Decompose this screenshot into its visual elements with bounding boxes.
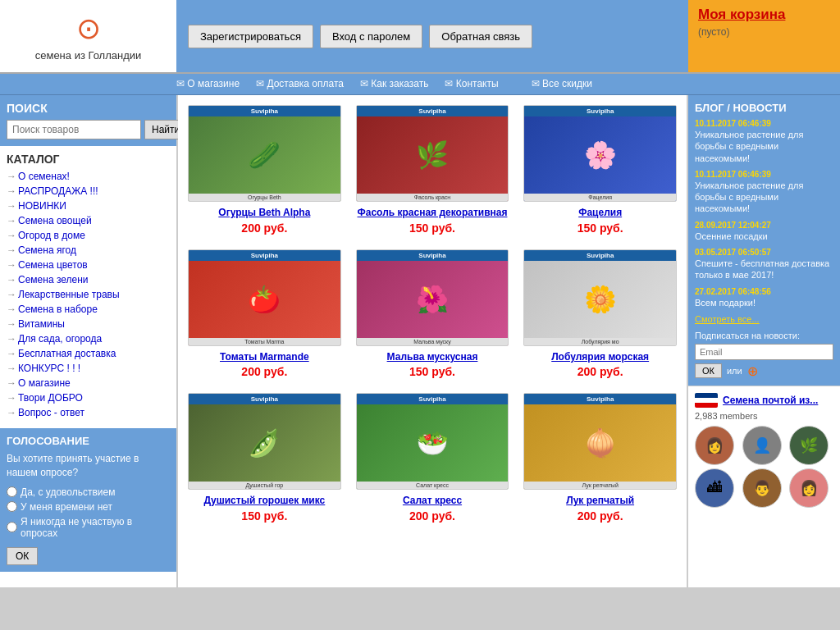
main-layout: ПОИСК Найти КАТАЛОГ → О семенах!→ РАСПРО… bbox=[0, 95, 840, 587]
search-input[interactable] bbox=[7, 120, 141, 139]
product-name[interactable]: Огурцы Beth Alpha bbox=[188, 207, 341, 220]
product-price: 200 руб. bbox=[523, 509, 677, 523]
blog-item: 27.02.2017 06:48:56Всем подарки! bbox=[695, 287, 833, 308]
logo-area: ⊙ семена из Голландии bbox=[0, 0, 176, 72]
avatar[interactable]: 👤 bbox=[742, 426, 782, 465]
subscribe-label: Подписаться на новости: bbox=[695, 331, 833, 340]
left-sidebar: ПОИСК Найти КАТАЛОГ → О семенах!→ РАСПРО… bbox=[0, 95, 176, 587]
product-name[interactable]: Томаты Marmande bbox=[188, 351, 341, 364]
product-card: Suvipiha🥒Огурцы Beth Огурцы Beth Alpha20… bbox=[185, 102, 345, 238]
avatar[interactable]: 🌿 bbox=[789, 426, 829, 465]
search-title: ПОИСК bbox=[7, 102, 170, 115]
blog-section: БЛОГ / НОВОСТИ 10.11.2017 06:46:39Уникал… bbox=[688, 95, 840, 386]
subscribe-email-input[interactable] bbox=[695, 344, 833, 360]
vote-button[interactable]: ОК bbox=[7, 547, 38, 565]
product-card: Suvipiha🫛Душистый горДушистый горошек ми… bbox=[185, 390, 345, 526]
social-title[interactable]: Семена почтой из... bbox=[723, 395, 818, 406]
subnav-howtoorder[interactable]: ✉ Как заказать bbox=[360, 78, 428, 90]
catalog-item[interactable]: → Для сада, огорода bbox=[7, 331, 170, 346]
vote-question: Вы хотите принять участие в нашем опросе… bbox=[7, 452, 170, 480]
vote-title: ГОЛОСОВАНИЕ bbox=[7, 435, 170, 447]
product-price: 200 руб. bbox=[188, 221, 341, 235]
feedback-button[interactable]: Обратная связь bbox=[429, 25, 532, 48]
subnav-about[interactable]: ✉ О магазине bbox=[176, 78, 240, 90]
vote-section: ГОЛОСОВАНИЕ Вы хотите принять участие в … bbox=[0, 428, 176, 572]
product-price: 150 руб. bbox=[188, 509, 341, 523]
product-price: 200 руб. bbox=[356, 509, 509, 523]
product-name[interactable]: Фацелия bbox=[523, 207, 677, 220]
avatar[interactable]: 👨 bbox=[742, 468, 782, 508]
rss-icon[interactable]: ⊕ bbox=[747, 363, 758, 379]
product-card: Suvipiha🌺Мальва мускуМальва мускусная150… bbox=[353, 246, 513, 382]
catalog-item[interactable]: → Вопрос - ответ bbox=[7, 405, 170, 420]
catalog-item[interactable]: → Витамины bbox=[7, 317, 170, 331]
header: ⊙ семена из Голландии Зарегистрироваться… bbox=[0, 0, 840, 74]
subscribe-ok-button[interactable]: ОК bbox=[695, 363, 722, 378]
blog-item: 03.05.2017 06:50:57Спешите - бесплатная … bbox=[695, 248, 833, 281]
register-button[interactable]: Зарегистрироваться bbox=[188, 25, 313, 48]
blog-title: БЛОГ / НОВОСТИ bbox=[695, 102, 833, 114]
blog-more-link[interactable]: Смотреть все... bbox=[695, 314, 833, 324]
blog-items: 10.11.2017 06:46:39Уникальное растение д… bbox=[695, 119, 833, 308]
subnav-contacts[interactable]: ✉ Контакты bbox=[445, 78, 498, 90]
members-count: 2,983 members bbox=[695, 411, 833, 421]
right-sidebar: БЛОГ / НОВОСТИ 10.11.2017 06:46:39Уникал… bbox=[688, 95, 840, 587]
social-section: Семена почтой из... 2,983 members 👩👤🌿🏙👨👩 bbox=[688, 386, 840, 514]
blog-item: 10.11.2017 06:46:39Уникальное растение д… bbox=[695, 119, 833, 164]
product-price: 200 руб. bbox=[523, 365, 677, 378]
subnav-delivery[interactable]: ✉ Доставка оплата bbox=[256, 78, 344, 90]
subnav-discounts[interactable]: ✉ Все скидки bbox=[532, 78, 592, 90]
product-price: 150 руб. bbox=[356, 365, 509, 378]
cart-title[interactable]: Моя корзина bbox=[698, 7, 830, 23]
catalog-item[interactable]: → О магазине bbox=[7, 376, 170, 390]
catalog-item[interactable]: → Бесплатная доставка bbox=[7, 346, 170, 361]
catalog-item[interactable]: → Лекарственные травы bbox=[7, 287, 170, 302]
avatar-grid: 👩👤🌿🏙👨👩 bbox=[695, 426, 833, 508]
blog-item: 10.11.2017 06:46:39Уникальное растение д… bbox=[695, 170, 833, 215]
product-name[interactable]: Лук репчатый bbox=[523, 495, 677, 508]
catalog-item[interactable]: → Семена зелени bbox=[7, 272, 170, 287]
catalog-item[interactable]: → НОВИНКИ bbox=[7, 199, 170, 213]
logo-icon: ⊙ bbox=[76, 11, 101, 46]
catalog-item[interactable]: → О семенах! bbox=[7, 169, 170, 184]
vote-option[interactable]: Я никогда не участвую в опросах bbox=[7, 516, 170, 539]
products-grid: Suvipiha🥒Огурцы Beth Огурцы Beth Alpha20… bbox=[185, 102, 680, 526]
avatar[interactable]: 🏙 bbox=[695, 468, 734, 508]
catalog-item[interactable]: → Семена овощей bbox=[7, 213, 170, 228]
product-card: Suvipiha🥗Салат крессСалат кресс200 руб. bbox=[353, 390, 513, 526]
vote-options: Да, с удовольствием У меня времени нет Я… bbox=[7, 486, 170, 539]
cart-empty: (пусто) bbox=[698, 26, 830, 38]
avatar[interactable]: 👩 bbox=[789, 468, 829, 508]
product-card: Suvipiha🧅Лук репчатыйЛук репчатый200 руб… bbox=[520, 390, 680, 526]
catalog-item[interactable]: → Огород в доме bbox=[7, 228, 170, 243]
blog-item: 28.09.2017 12:04:27Осенние посадки bbox=[695, 221, 833, 242]
avatar[interactable]: 👩 bbox=[695, 426, 734, 465]
product-name[interactable]: Салат кресс bbox=[356, 495, 509, 508]
product-card: Suvipiha🌿Фасоль краснФасоль красная деко… bbox=[353, 102, 513, 238]
catalog-item[interactable]: → РАСПРОДАЖА !!! bbox=[7, 184, 170, 199]
catalog-section: КАТАЛОГ → О семенах!→ РАСПРОДАЖА !!!→ НО… bbox=[0, 146, 176, 427]
product-name[interactable]: Лобулярия морская bbox=[523, 351, 677, 364]
logo-subtitle: семена из Голландии bbox=[35, 49, 142, 62]
catalog-item[interactable]: → Семена в наборе bbox=[7, 302, 170, 317]
subscribe-section: Подписаться на новости: ОК или ⊕ bbox=[695, 331, 833, 379]
product-card: Suvipiha🍅Томаты MarmaТоматы Marmande200 … bbox=[185, 246, 345, 382]
product-name[interactable]: Душистый горошек микс bbox=[188, 495, 341, 508]
catalog-item[interactable]: → КОНКУРС ! ! ! bbox=[7, 361, 170, 376]
login-button[interactable]: Вход с паролем bbox=[320, 25, 422, 48]
product-name[interactable]: Мальва мускусная bbox=[356, 351, 509, 364]
subnav-bar: ✉ О магазине ✉ Доставка оплата ✉ Как зак… bbox=[0, 74, 840, 95]
center-content: Suvipiha🥒Огурцы Beth Огурцы Beth Alpha20… bbox=[178, 95, 687, 587]
catalog-list: → О семенах!→ РАСПРОДАЖА !!!→ НОВИНКИ→ С… bbox=[7, 169, 170, 420]
catalog-item[interactable]: → Твори ДОБРО bbox=[7, 390, 170, 405]
vote-option[interactable]: Да, с удовольствием bbox=[7, 486, 170, 498]
product-card: Suvipiha🌸ФацелияФацелия150 руб. bbox=[520, 102, 680, 238]
catalog-item[interactable]: → Семена ягод bbox=[7, 243, 170, 258]
vote-option[interactable]: У меня времени нет bbox=[7, 501, 170, 513]
product-price: 200 руб. bbox=[188, 365, 341, 378]
product-name[interactable]: Фасоль красная декоративная bbox=[356, 207, 509, 220]
catalog-title: КАТАЛОГ bbox=[7, 153, 170, 166]
product-card: Suvipiha🌼Лобулярия моЛобулярия морская20… bbox=[520, 246, 680, 382]
catalog-item[interactable]: → Семена цветов bbox=[7, 258, 170, 272]
social-flag bbox=[695, 393, 718, 408]
